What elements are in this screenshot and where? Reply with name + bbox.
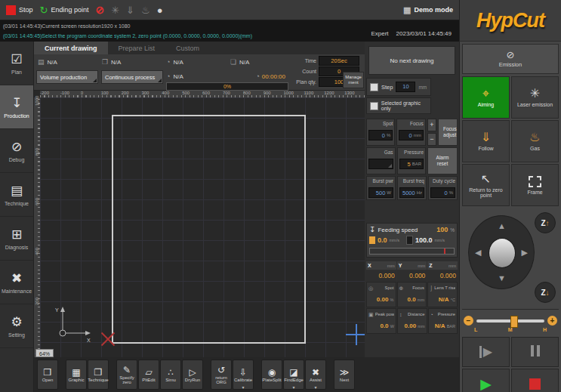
toolbar-button[interactable]: ◪ FindEdge ▾ xyxy=(283,360,304,390)
process-panel: No next drawing Step 10 mm Selected grap… xyxy=(365,42,459,357)
sidebar-item[interactable]: ⚙ Setting xyxy=(0,304,33,348)
jog-center-button[interactable] xyxy=(489,238,516,268)
z-up-button[interactable]: Z ↑ xyxy=(535,212,556,233)
drawing-meta-cell: ❐ N/A xyxy=(98,59,162,66)
aiming-button[interactable]: ⌖ Aiming xyxy=(462,76,510,119)
speed-slider-handle[interactable] xyxy=(510,316,518,328)
toolbar-button[interactable]: ↺ return ORG ▾ xyxy=(211,360,232,390)
gas-icon[interactable]: ♨ xyxy=(141,5,150,15)
gas-button[interactable]: ♨ Gas xyxy=(511,120,559,162)
sidebar-item[interactable]: ☑ Plan xyxy=(0,42,33,85)
sidebar-item-label: Maintenance xyxy=(2,289,32,294)
production-mode-select[interactable]: Volume production xyxy=(36,70,98,84)
step-checkbox[interactable] xyxy=(370,83,378,91)
focus-input[interactable]: 0 mm xyxy=(399,130,423,140)
ruler-tick-label: -200 xyxy=(40,91,60,97)
return-zero-label: Return to zero point xyxy=(467,187,504,198)
toolbar-button[interactable]: ∴ Simu ▾ xyxy=(160,360,181,390)
process-mode-select[interactable]: Continuous process xyxy=(101,70,163,84)
tab[interactable]: Current drawing xyxy=(34,42,108,54)
canvas-grid[interactable]: Y X xyxy=(40,97,365,357)
laser-icon[interactable]: ✳ xyxy=(111,5,119,15)
speed-level-label: M xyxy=(508,327,513,332)
burst-freq-input[interactable]: 5000 Hz xyxy=(399,187,424,198)
selected-graphic-checkbox[interactable] xyxy=(370,102,378,110)
toolbar-button-label: return ORG xyxy=(215,375,227,384)
pause-button[interactable] xyxy=(511,337,559,367)
step-run-button[interactable]: ▶ xyxy=(462,337,510,367)
tab[interactable]: Custom xyxy=(165,42,210,54)
toolbar-button[interactable]: ▦ Graphic ▾ xyxy=(66,360,87,390)
toolbar-button[interactable]: ◉ PlateSplit ▾ xyxy=(261,360,282,390)
toolbar-button[interactable]: ⇩ Calibrate ▾ xyxy=(233,360,254,390)
feeding-slider-marker[interactable] xyxy=(444,248,445,254)
sidebar-item[interactable]: ▤ Technique xyxy=(0,173,33,217)
tab[interactable]: Prepare List xyxy=(108,42,166,54)
burst-pwr-input[interactable]: 500 W xyxy=(368,187,393,198)
sidebar-item[interactable]: ↧ Production xyxy=(0,85,33,129)
toolbar-button[interactable]: ✖ Assist ▾ xyxy=(305,360,326,390)
stop-button[interactable]: Stop xyxy=(6,5,33,15)
sidebar-item[interactable]: ✖ Maintenance xyxy=(0,261,33,304)
emission-button[interactable]: ⊘ Emission xyxy=(462,44,559,74)
feeding-speed-slider[interactable] xyxy=(369,248,455,255)
follow-button[interactable]: ⇓ Follow xyxy=(462,120,510,162)
ruler-tick-label: 200 xyxy=(35,299,39,305)
speed-plus-button[interactable]: + xyxy=(547,316,557,326)
duty-cycle-input[interactable]: 0 % xyxy=(430,187,455,198)
sensor-unit: BAR xyxy=(447,324,455,329)
sensor-label: Focus xyxy=(405,286,424,290)
drawing-rectangle[interactable] xyxy=(112,115,306,344)
management-button[interactable]: Management xyxy=(343,72,364,88)
pressure-input[interactable]: 5 BAR xyxy=(399,159,424,169)
toolbar-button[interactable]: ≫ Next ▾ xyxy=(334,360,355,390)
production-icon: ↧ xyxy=(11,95,22,111)
toolbar-button-label: Next xyxy=(340,378,349,382)
sidebar: ☑ Plan ↧ Production ⊘ Debug ▤ Technique … xyxy=(0,42,34,392)
toolbar-button[interactable]: ❐ Technique ▾ xyxy=(88,360,109,390)
follow-icon[interactable]: ⇓ xyxy=(126,5,134,15)
jog-right-icon[interactable]: ▶ xyxy=(522,248,528,257)
tab-label: Prepare List xyxy=(119,45,156,52)
debug-icon: ⊘ xyxy=(11,139,22,155)
frame-button[interactable]: Frame xyxy=(511,164,559,206)
gas-select[interactable] xyxy=(368,159,393,169)
axis-x-label: X xyxy=(87,338,91,343)
focus-plus-button[interactable]: + xyxy=(427,119,436,131)
toolbar-button[interactable]: ❒ Open ▾ xyxy=(37,360,58,390)
toolbar-button[interactable]: ✎ Specify zero ▾ xyxy=(116,360,137,390)
jog-up-icon[interactable]: ▲ xyxy=(498,222,506,230)
demo-mode-icon: ▦ xyxy=(403,6,411,14)
aiming-dot-icon[interactable]: ● xyxy=(157,5,163,15)
laser-disabled-icon[interactable]: ⊘ xyxy=(95,5,104,15)
axis-value: 0.000 xyxy=(366,270,396,281)
focus-minus-button[interactable]: − xyxy=(427,133,436,146)
feeding-current-value: 0.0 xyxy=(378,236,387,244)
jog-down-icon[interactable]: ▼ xyxy=(498,274,506,282)
speed-minus-button[interactable]: − xyxy=(464,316,473,326)
sidebar-item[interactable]: ⊘ Debug xyxy=(0,129,33,173)
sidebar-item[interactable]: ⊞ Diagnosis xyxy=(0,217,33,261)
return-zero-button[interactable]: ↖ Return to zero point xyxy=(462,164,510,206)
toolbar-button[interactable]: ▷ DryRun ▾ xyxy=(182,360,203,390)
selected-graphic-label: Selected graphic only xyxy=(381,100,430,111)
zoom-level-badge[interactable]: 64% xyxy=(35,349,54,357)
start-button[interactable]: ▶ xyxy=(462,369,510,392)
focus-adjust-button[interactable]: Focus adjust xyxy=(438,119,458,146)
laser-emission-button[interactable]: ✳ Laser emission xyxy=(511,76,559,119)
step-value-input[interactable]: 10 xyxy=(396,82,415,92)
gas-cell: Gas xyxy=(366,147,396,174)
ending-point-button[interactable]: ↻ Ending point xyxy=(40,5,89,15)
z-down-button[interactable]: Z ↓ xyxy=(535,282,556,303)
alarm-reset-button[interactable]: Alarm reset xyxy=(427,147,458,174)
log-panel: (03/01 14:45:43)Current screen resolutio… xyxy=(0,20,459,42)
findedge-icon: ◪ xyxy=(289,368,297,377)
jog-pad[interactable]: ▲ ▼ ◀ ▶ xyxy=(468,215,535,289)
jog-left-icon[interactable]: ◀ xyxy=(475,248,481,257)
toolbar-button[interactable]: ▱ PltEdit ▾ xyxy=(138,360,159,390)
speed-slider-track[interactable] xyxy=(476,319,544,323)
spot-input[interactable]: 0 % xyxy=(368,130,393,140)
stop-run-button[interactable] xyxy=(511,369,559,392)
ruler-tick-label: 100 xyxy=(101,91,122,97)
graphic-icon: ▦ xyxy=(72,368,80,377)
